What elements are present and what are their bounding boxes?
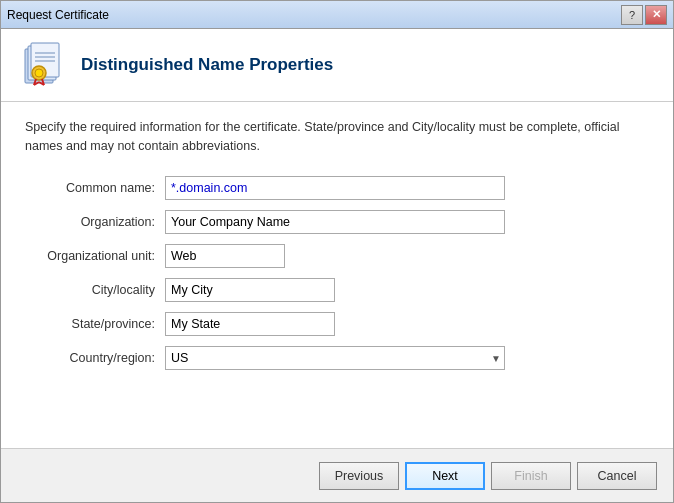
window-title: Request Certificate [7, 8, 109, 22]
country-row: Country/region: US CA GB DE FR AU JP CN … [25, 346, 649, 370]
close-button[interactable]: ✕ [645, 5, 667, 25]
previous-button[interactable]: Previous [319, 462, 399, 490]
next-button[interactable]: Next [405, 462, 485, 490]
svg-point-7 [35, 69, 43, 77]
organization-label: Organization: [25, 215, 165, 229]
description-text: Specify the required information for the… [25, 118, 649, 156]
cancel-button[interactable]: Cancel [577, 462, 657, 490]
header-section: Distinguished Name Properties [1, 29, 673, 102]
country-select[interactable]: US CA GB DE FR AU JP CN [165, 346, 505, 370]
finish-button[interactable]: Finish [491, 462, 571, 490]
title-bar: Request Certificate ? ✕ [1, 1, 673, 29]
org-unit-label: Organizational unit: [25, 249, 165, 263]
request-certificate-window: Request Certificate ? ✕ Distinguished Na… [0, 0, 674, 503]
state-input[interactable] [165, 312, 335, 336]
title-bar-buttons: ? ✕ [621, 5, 667, 25]
organization-row: Organization: [25, 210, 649, 234]
state-label: State/province: [25, 317, 165, 331]
common-name-label: Common name: [25, 181, 165, 195]
content-area: Specify the required information for the… [1, 102, 673, 448]
org-unit-row: Organizational unit: [25, 244, 649, 268]
country-select-wrapper: US CA GB DE FR AU JP CN ▼ [165, 346, 505, 370]
city-label: City/locality [25, 283, 165, 297]
common-name-input[interactable] [165, 176, 505, 200]
city-row: City/locality [25, 278, 649, 302]
help-button[interactable]: ? [621, 5, 643, 25]
org-unit-input[interactable] [165, 244, 285, 268]
country-label: Country/region: [25, 351, 165, 365]
city-input[interactable] [165, 278, 335, 302]
header-title: Distinguished Name Properties [81, 55, 333, 75]
state-row: State/province: [25, 312, 649, 336]
certificate-icon [17, 41, 65, 89]
common-name-row: Common name: [25, 176, 649, 200]
organization-input[interactable] [165, 210, 505, 234]
footer-area: Previous Next Finish Cancel [1, 448, 673, 502]
